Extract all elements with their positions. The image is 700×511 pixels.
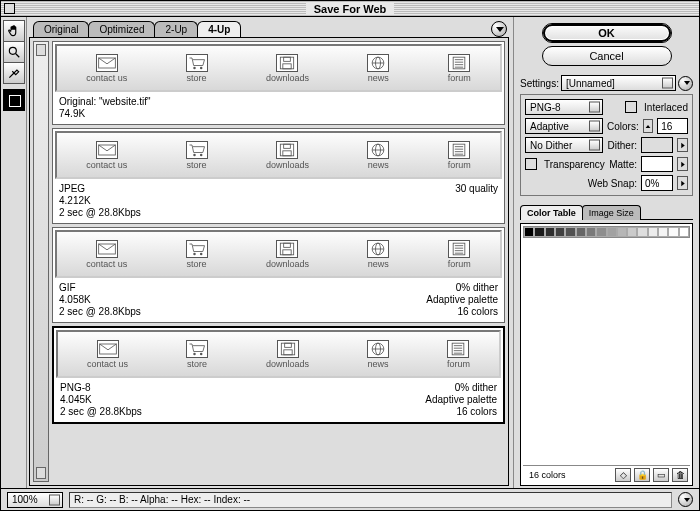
color-swatch[interactable] — [565, 227, 575, 237]
window-titlebar: Save For Web — [0, 0, 700, 17]
color-swatch[interactable] — [576, 227, 586, 237]
nav-item: store — [186, 141, 208, 170]
nav-label: store — [187, 73, 207, 83]
color-swatch[interactable] — [596, 227, 606, 237]
interlaced-checkbox[interactable] — [625, 101, 637, 113]
color-swatch[interactable] — [679, 227, 689, 237]
nav-item: downloads — [266, 240, 309, 269]
tab-2up[interactable]: 2-Up — [154, 21, 198, 37]
preview-stat: GIF — [59, 282, 141, 294]
preview-stat: 2 sec @ 28.8Kbps — [60, 406, 142, 418]
envelope-icon — [96, 54, 118, 72]
preview-stat: 4.212K — [59, 195, 141, 207]
transparency-checkbox[interactable] — [525, 158, 537, 170]
ok-button[interactable]: OK — [542, 23, 672, 43]
nav-item: news — [367, 240, 389, 269]
color-swatch[interactable] — [627, 227, 637, 237]
globe-icon — [367, 54, 389, 72]
svg-line-1 — [15, 54, 19, 58]
colors-stepper[interactable] — [643, 119, 654, 133]
status-bar: 100% R: -- G: -- B: -- Alpha: -- Hex: --… — [1, 488, 699, 510]
color-swatch[interactable] — [658, 227, 668, 237]
eyedropper-tool[interactable] — [3, 62, 25, 84]
dither-field[interactable] — [641, 137, 673, 153]
nav-label: news — [368, 160, 389, 170]
websnap-field[interactable]: 0% — [641, 175, 673, 191]
preview-info: GIF4.058K2 sec @ 28.8Kbps0% ditherAdapti… — [53, 280, 504, 322]
settings-preset-select[interactable]: [Unnamed] — [561, 75, 676, 91]
nav-item: downloads — [266, 54, 309, 83]
trash-icon[interactable]: 🗑 — [672, 468, 688, 482]
color-swatch[interactable] — [534, 227, 544, 237]
lock-color-icon[interactable]: 🔒 — [634, 468, 650, 482]
nav-item: store — [186, 54, 208, 83]
svg-rect-19 — [281, 144, 294, 156]
tab-optimized[interactable]: Optimized — [88, 21, 155, 37]
tab-4up[interactable]: 4-Up — [197, 21, 241, 37]
interlaced-label: Interlaced — [644, 102, 688, 113]
tab-original[interactable]: Original — [33, 21, 89, 37]
settings-menu-icon[interactable] — [678, 76, 693, 91]
matte-arrow-icon[interactable] — [677, 157, 688, 171]
cancel-button[interactable]: Cancel — [542, 46, 672, 66]
snap-websafe-icon[interactable]: ◇ — [615, 468, 631, 482]
svg-point-4 — [200, 66, 203, 69]
color-swatch[interactable] — [586, 227, 596, 237]
color-swatch[interactable] — [668, 227, 678, 237]
zoom-select[interactable]: 100% — [7, 492, 63, 508]
color-swatch[interactable] — [617, 227, 627, 237]
reduction-select[interactable]: Adaptive — [525, 118, 603, 134]
new-color-icon[interactable]: ▭ — [653, 468, 669, 482]
nav-item: forum — [447, 340, 470, 369]
preview-pane[interactable]: contact usstoredownloadsnewsforumJPEG4.2… — [52, 128, 505, 224]
preview-pane[interactable]: contact usstoredownloadsnewsforumPNG-84.… — [52, 326, 505, 424]
svg-point-45 — [193, 352, 196, 355]
color-swatch[interactable] — [545, 227, 555, 237]
dither-label: Dither: — [608, 140, 637, 151]
preview-menu-icon[interactable] — [491, 21, 507, 37]
preview-stat: 2 sec @ 28.8Kbps — [59, 306, 141, 318]
svg-point-17 — [193, 153, 196, 156]
svg-rect-48 — [284, 343, 291, 347]
svg-rect-33 — [281, 243, 294, 255]
browser-preview-icon[interactable] — [678, 492, 693, 507]
color-swatch[interactable] — [555, 227, 565, 237]
window-close-box[interactable] — [4, 3, 15, 14]
globe-icon — [367, 340, 389, 358]
preview-stat: 16 colors — [425, 406, 497, 418]
color-swatch[interactable] — [637, 227, 647, 237]
optimize-settings: PNG-8 Interlaced Adaptive Colors: 16 No … — [520, 94, 693, 196]
nav-label: contact us — [86, 160, 127, 170]
svg-rect-49 — [283, 349, 291, 354]
preview-pane[interactable]: contact usstoredownloadsnewsforumOrigina… — [52, 41, 505, 125]
dither-method-select[interactable]: No Dither — [525, 137, 603, 153]
settings-label: Settings: — [520, 78, 559, 89]
color-swatch[interactable] — [524, 227, 534, 237]
nav-label: forum — [448, 259, 471, 269]
foreground-color-swatch[interactable] — [3, 89, 25, 111]
color-swatch[interactable] — [607, 227, 617, 237]
preview-pane[interactable]: contact usstoredownloadsnewsforumGIF4.05… — [52, 227, 505, 323]
tab-color-table[interactable]: Color Table — [520, 205, 583, 220]
nav-item: downloads — [266, 340, 309, 369]
hand-tool[interactable] — [3, 20, 25, 42]
svg-point-32 — [200, 252, 203, 255]
cart-icon — [186, 54, 208, 72]
dither-arrow-icon[interactable] — [677, 138, 688, 152]
nav-label: contact us — [87, 359, 128, 369]
websnap-arrow-icon[interactable] — [677, 176, 688, 190]
svg-rect-47 — [281, 343, 294, 355]
website-preview-image: contact usstoredownloadsnewsforum — [55, 230, 502, 278]
zoom-tool[interactable] — [3, 41, 25, 63]
color-table: 16 colors ◇ 🔒 ▭ 🗑 — [520, 223, 693, 486]
color-swatch-grid[interactable] — [523, 226, 690, 238]
envelope-icon — [97, 340, 119, 358]
format-select[interactable]: PNG-8 — [525, 99, 603, 115]
colors-field[interactable]: 16 — [657, 118, 688, 134]
tab-image-size[interactable]: Image Size — [582, 205, 641, 220]
matte-swatch[interactable] — [641, 156, 673, 172]
svg-rect-20 — [284, 144, 291, 148]
settings-panel: OK Cancel Settings: [Unnamed] PNG-8 Inte… — [513, 17, 699, 488]
color-swatch[interactable] — [648, 227, 658, 237]
preview-vscrollbar[interactable] — [33, 41, 49, 482]
